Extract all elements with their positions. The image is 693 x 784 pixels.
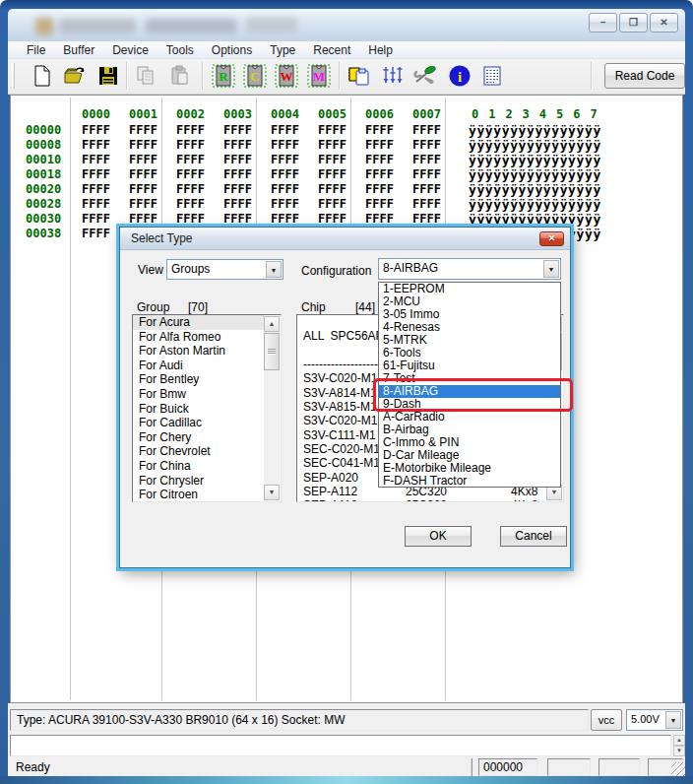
ascii-cell[interactable]: ÿÿÿÿÿÿÿÿÿÿÿÿÿÿÿÿ — [469, 153, 601, 167]
hex-cell[interactable]: FFFF — [129, 153, 158, 167]
hex-cell[interactable]: FFFF — [129, 182, 158, 197]
write-chip-icon[interactable]: W — [274, 63, 299, 89]
read-code-button[interactable]: Read Code — [604, 63, 685, 89]
scroll-up-icon[interactable]: ▲ — [673, 735, 685, 746]
hex-cell[interactable]: FFFF — [412, 153, 441, 167]
scrollbar-thumb[interactable] — [264, 333, 280, 370]
hex-cell[interactable]: FFFF — [176, 138, 205, 153]
hex-cell[interactable]: FFFF — [271, 138, 299, 153]
hex-cell[interactable]: FFFF — [271, 212, 299, 227]
chevron-down-icon[interactable]: ▼ — [266, 261, 282, 278]
open-file-icon[interactable] — [62, 63, 88, 89]
scroll-down-icon[interactable]: ▼ — [264, 485, 280, 500]
chip-buffer-icon[interactable] — [346, 63, 372, 89]
vcc-button[interactable]: vcc — [591, 709, 622, 731]
configuration-combo[interactable]: 8-AIRBAG ▼ — [378, 258, 561, 280]
group-list-item[interactable]: For Aston Martin — [133, 344, 264, 359]
hex-cell[interactable]: FFFF — [223, 182, 252, 197]
menu-type[interactable]: Type — [261, 42, 304, 58]
hex-cell[interactable]: FFFF — [271, 197, 299, 212]
hex-cell[interactable]: FFFF — [412, 212, 441, 227]
ascii-cell[interactable]: ÿÿÿÿÿÿÿÿÿÿÿÿÿÿÿÿ — [469, 182, 601, 197]
view-combo[interactable]: Groups ▼ — [166, 259, 284, 280]
tools-icon[interactable] — [412, 63, 438, 89]
group-list-item[interactable]: For Cadillac — [133, 416, 264, 430]
group-list-item[interactable]: For Buick — [133, 402, 264, 417]
hex-cell[interactable]: FFFF — [318, 153, 346, 167]
ascii-cell[interactable]: ÿÿÿÿÿÿÿÿÿÿÿÿÿÿÿÿ — [469, 167, 601, 182]
menu-file[interactable]: File — [18, 42, 54, 58]
hex-cell[interactable]: FFFF — [129, 197, 158, 212]
hex-cell[interactable]: FFFF — [82, 153, 110, 167]
hex-cell[interactable]: FFFF — [176, 153, 205, 167]
hex-cell[interactable]: FFFF — [412, 182, 441, 197]
ok-button[interactable]: OK — [405, 526, 472, 547]
ascii-cell[interactable]: ÿÿÿÿÿÿÿÿÿÿÿÿÿÿÿÿ — [469, 123, 601, 138]
hex-cell[interactable]: FFFF — [176, 182, 205, 197]
minimize-button[interactable]: – — [589, 13, 617, 33]
hex-cell[interactable]: FFFF — [129, 123, 158, 138]
chevron-down-icon[interactable]: ▼ — [665, 711, 681, 729]
hex-cell[interactable]: FFFF — [129, 212, 158, 227]
group-list-item[interactable]: For Bmw — [133, 387, 264, 402]
hex-cell[interactable]: FFFF — [176, 197, 205, 212]
hex-cell[interactable]: FFFF — [318, 123, 346, 138]
group-scrollbar[interactable]: ▲ ▼ — [264, 316, 280, 500]
hex-cell[interactable]: FFFF — [318, 212, 346, 227]
hex-cell[interactable]: FFFF — [318, 138, 346, 153]
voltage-combo[interactable]: 5.00V ▼ — [626, 709, 683, 731]
info-icon[interactable]: i — [447, 63, 472, 89]
hex-cell[interactable]: FFFF — [82, 138, 110, 153]
dialog-close-button[interactable]: ✕ — [539, 231, 564, 246]
hex-cell[interactable]: FFFF — [365, 167, 394, 182]
hex-cell[interactable]: FFFF — [176, 212, 205, 227]
hex-cell[interactable]: FFFF — [82, 227, 110, 241]
hex-cell[interactable]: FFFF — [318, 197, 346, 212]
check-chip-icon[interactable]: C — [242, 63, 268, 89]
hex-cell[interactable]: FFFF — [365, 182, 394, 197]
group-list-item[interactable]: For Acura — [133, 315, 264, 330]
close-button[interactable]: ✕ — [650, 13, 678, 33]
settings-sliders-icon[interactable] — [380, 63, 406, 89]
menu-tools[interactable]: Tools — [158, 42, 203, 58]
hex-cell[interactable]: FFFF — [176, 167, 205, 182]
menu-help[interactable]: Help — [359, 42, 402, 58]
maximize-button[interactable]: ❐ — [619, 13, 648, 33]
hex-cell[interactable]: FFFF — [82, 197, 110, 212]
hex-cell[interactable]: FFFF — [365, 153, 394, 167]
hex-cell[interactable]: FFFF — [412, 123, 441, 138]
config-option[interactable]: F-DASH Tractor — [379, 475, 560, 488]
read-chip-icon[interactable]: R — [211, 63, 236, 89]
hex-cell[interactable]: FFFF — [318, 167, 346, 182]
ascii-cell[interactable]: ÿÿÿÿÿÿÿÿÿÿÿÿÿÿÿÿ — [469, 212, 601, 227]
hex-cell[interactable]: FFFF — [82, 182, 110, 197]
group-list-item[interactable]: For Citroen — [133, 488, 264, 502]
hex-cell[interactable]: FFFF — [271, 182, 299, 197]
report-icon[interactable] — [479, 63, 505, 89]
chevron-down-icon[interactable]: ▼ — [543, 260, 559, 278]
new-file-icon[interactable] — [30, 63, 55, 89]
hex-cell[interactable]: FFFF — [271, 167, 299, 182]
hex-cell[interactable]: FFFF — [129, 167, 158, 182]
resize-grip[interactable] — [671, 762, 685, 776]
hex-cell[interactable]: FFFF — [82, 212, 110, 227]
hex-cell[interactable]: FFFF — [412, 138, 441, 153]
chip-list-row[interactable]: SEP-A11225C3204Kx8 — [297, 498, 546, 502]
hex-cell[interactable]: FFFF — [223, 153, 252, 167]
hex-cell[interactable]: FFFF — [365, 197, 394, 212]
hex-cell[interactable]: FFFF — [271, 153, 299, 167]
menu-options[interactable]: Options — [203, 42, 261, 58]
dialog-title-bar[interactable]: Select Type ✕ — [120, 228, 570, 250]
group-list-item[interactable]: For China — [133, 459, 264, 474]
hex-cell[interactable]: FFFF — [176, 123, 205, 138]
scroll-up-icon[interactable]: ▲ — [264, 316, 280, 332]
menu-device[interactable]: Device — [103, 42, 158, 58]
group-list-item[interactable]: For Audi — [133, 359, 264, 373]
save-icon[interactable] — [95, 63, 121, 89]
group-list-item[interactable]: For Alfa Romeo — [133, 330, 264, 345]
group-listbox[interactable]: For AcuraFor Alfa RomeoFor Aston MartinF… — [132, 314, 282, 502]
hex-cell[interactable]: FFFF — [412, 167, 441, 182]
modify-chip-icon[interactable]: M — [306, 63, 332, 89]
hex-cell[interactable]: FFFF — [223, 212, 252, 227]
hex-cell[interactable]: FFFF — [365, 123, 394, 138]
